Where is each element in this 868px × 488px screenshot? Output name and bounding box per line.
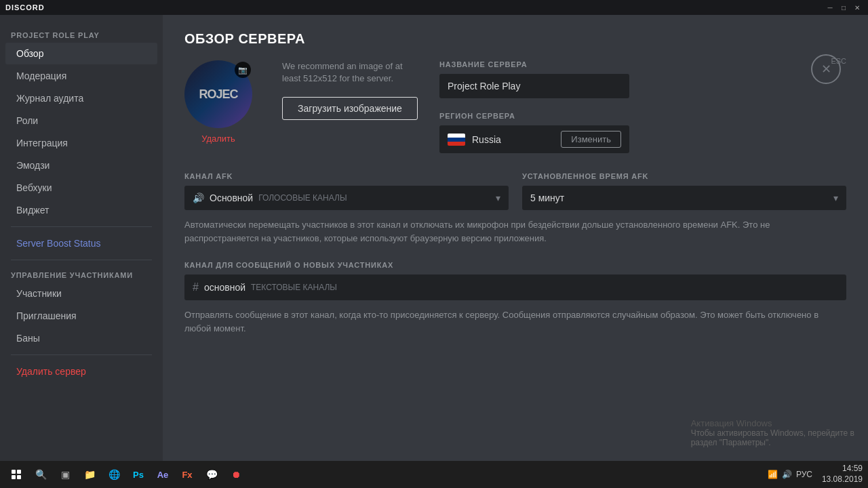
region-flag-name: Russia xyxy=(448,134,501,146)
win-activation-title: Активация Windows xyxy=(691,418,854,428)
close-button[interactable]: ✕ xyxy=(852,2,863,13)
change-region-button[interactable]: Изменить xyxy=(561,131,621,148)
afk-channel-field: КАНАЛ AFK 🔊 Основной ГОЛОСОВЫЕ КАНАЛЫ ▾ xyxy=(184,172,509,210)
sidebar-item-audit-log[interactable]: Журнал аудита xyxy=(5,87,157,109)
new-members-channel-select[interactable]: # основной ТЕКСТОВЫЕ КАНАЛЫ xyxy=(184,274,846,300)
hash-icon: # xyxy=(193,281,199,293)
new-members-channel-type: ТЕКСТОВЫЕ КАНАЛЫ xyxy=(251,283,337,292)
new-members-label: КАНАЛ ДЛЯ СООБЩЕНИЙ О НОВЫХ УЧАСТНИКАХ xyxy=(184,261,846,269)
sidebar-item-widget[interactable]: Виджет xyxy=(5,199,157,221)
upload-image-button[interactable]: Загрузить изображение xyxy=(282,97,418,120)
sidebar-item-invites[interactable]: Приглашения xyxy=(5,305,157,327)
afterfx-icon[interactable]: Fx xyxy=(176,464,198,485)
taskbar-sys-icons: 📶 🔊 РУС xyxy=(768,470,812,479)
titlebar: DISCORD ─ □ ✕ xyxy=(0,0,868,15)
name-region-area: НАЗВАНИЕ СЕРВЕРА РЕГИОН СЕРВЕРА Russia xyxy=(439,60,846,153)
delete-icon-link[interactable]: Удалить xyxy=(201,134,235,144)
afk-channel-select-left: 🔊 Основной ГОЛОСОВЫЕ КАНАЛЫ xyxy=(193,192,347,203)
sidebar-divider-1 xyxy=(11,226,152,227)
afk-channel-label: КАНАЛ AFK xyxy=(184,172,509,180)
sidebar-item-integration[interactable]: Интеграция xyxy=(5,132,157,154)
new-members-channel-name: основной xyxy=(204,282,245,293)
taskbar-right: 📶 🔊 РУС 14:59 13.08.2019 xyxy=(768,464,863,485)
server-icon-text: ROJEC xyxy=(199,87,237,102)
start-button[interactable] xyxy=(5,464,27,485)
file-explorer-icon[interactable]: 📁 xyxy=(79,464,100,485)
afk-time-value: 5 минут xyxy=(530,192,564,203)
windows-activation-watermark: Активация Windows Чтобы активировать Win… xyxy=(691,418,854,447)
taskbar-date-value: 13.08.2019 xyxy=(822,474,863,485)
server-name-label: НАЗВАНИЕ СЕРВЕРА xyxy=(439,60,846,68)
server-name-field: НАЗВАНИЕ СЕРВЕРА xyxy=(439,60,846,98)
app-logo: DISCORD xyxy=(5,3,45,12)
afk-hint-text: Автоматически перемещать участников в эт… xyxy=(184,218,846,245)
esc-button[interactable]: ✕ xyxy=(811,54,841,84)
camera-icon[interactable]: 📷 xyxy=(235,62,251,78)
sidebar-item-emoji[interactable]: Эмодзи xyxy=(5,155,157,176)
server-name-input[interactable] xyxy=(439,74,629,98)
sidebar-item-roles[interactable]: Роли xyxy=(5,110,157,131)
server-overview-top: ROJEC 📷 Удалить We recommend an image of… xyxy=(184,60,846,153)
afk-section: КАНАЛ AFK 🔊 Основной ГОЛОСОВЫЕ КАНАЛЫ ▾ … xyxy=(184,172,846,245)
afk-channel-select[interactable]: 🔊 Основной ГОЛОСОВЫЕ КАНАЛЫ ▾ xyxy=(184,186,509,210)
discord-icon[interactable]: 💬 xyxy=(201,464,222,485)
new-members-hint-text: Отправлять сообщение в этот канал, когда… xyxy=(184,308,846,335)
afk-channel-value: Основной xyxy=(210,192,253,203)
server-region-row: Russia Изменить xyxy=(439,125,629,153)
sidebar-divider-2 xyxy=(11,260,152,260)
server-icon[interactable]: ROJEC 📷 xyxy=(184,60,252,128)
page-title: ОБЗОР СЕРВЕРА xyxy=(184,31,846,47)
search-taskbar-icon[interactable]: 🔍 xyxy=(30,464,52,485)
photoshop-icon[interactable]: Ps xyxy=(127,464,149,485)
network-icon: 📶 xyxy=(768,470,778,479)
afk-time-label: УСТАНОВЛЕННОЕ ВРЕМЯ AFK xyxy=(522,172,846,180)
region-name: Russia xyxy=(472,134,501,145)
chevron-down-icon: ▾ xyxy=(496,192,500,203)
taskbar-time-value: 14:59 xyxy=(822,464,863,474)
window-controls: ─ □ ✕ xyxy=(825,2,863,13)
taskbar-clock: 14:59 13.08.2019 xyxy=(822,464,863,485)
server-region-label: РЕГИОН СЕРВЕРА xyxy=(439,112,846,120)
app-body: PROJECT ROLE PLAY Обзор Модерация Журнал… xyxy=(0,15,868,461)
windows-logo-icon xyxy=(12,470,21,479)
chevron-down-icon-2: ▾ xyxy=(833,192,838,203)
win-activation-line3: раздел "Параметры". xyxy=(691,438,854,447)
server-icon-area: ROJEC 📷 Удалить xyxy=(184,60,252,144)
sidebar-item-members[interactable]: Участники xyxy=(5,283,157,304)
afk-grid: КАНАЛ AFK 🔊 Основной ГОЛОСОВЫЕ КАНАЛЫ ▾ … xyxy=(184,172,846,210)
taskbar: 🔍 ▣ 📁 🌐 Ps Ae Fx 💬 ⏺ 📶 🔊 РУС xyxy=(0,461,868,488)
volume-icon: 🔊 xyxy=(782,470,792,479)
minimize-button[interactable]: ─ xyxy=(825,2,835,13)
esc-button-area: ✕ ESC xyxy=(831,54,846,65)
win-activation-line2: Чтобы активировать Windows, перейдите в xyxy=(691,428,854,438)
taskbar-left: 🔍 ▣ 📁 🌐 Ps Ae Fx 💬 ⏺ xyxy=(5,464,247,485)
sidebar-item-boost[interactable]: Server Boost Status xyxy=(5,232,157,254)
speaker-icon: 🔊 xyxy=(193,192,204,203)
sidebar-section-members: УПРАВЛЕНИЕ УЧАСТНИКАМИ xyxy=(0,266,163,282)
new-members-section: КАНАЛ ДЛЯ СООБЩЕНИЙ О НОВЫХ УЧАСТНИКАХ #… xyxy=(184,261,846,335)
close-icon: ✕ xyxy=(821,62,831,77)
sidebar: PROJECT ROLE PLAY Обзор Модерация Журнал… xyxy=(0,15,163,461)
sidebar-item-moderation[interactable]: Модерация xyxy=(5,65,157,87)
sidebar-divider-3 xyxy=(11,354,152,355)
sidebar-item-overview[interactable]: Обзор xyxy=(5,43,157,64)
afk-time-field: УСТАНОВЛЕННОЕ ВРЕМЯ AFK 5 минут ▾ xyxy=(522,172,846,210)
upload-hint: We recommend an image of at least 512x51… xyxy=(282,60,418,85)
task-view-icon[interactable]: ▣ xyxy=(54,464,76,485)
russia-flag xyxy=(448,134,465,146)
maximize-button[interactable]: □ xyxy=(838,2,849,13)
server-region-field: РЕГИОН СЕРВЕРА Russia Изменить xyxy=(439,112,846,153)
afk-channel-sublabel: ГОЛОСОВЫЕ КАНАЛЫ xyxy=(258,193,347,203)
sidebar-section-server: PROJECT ROLE PLAY xyxy=(0,26,163,42)
browser-icon[interactable]: 🌐 xyxy=(103,464,125,485)
upload-area: We recommend an image of at least 512x51… xyxy=(282,60,418,120)
record-icon[interactable]: ⏺ xyxy=(225,464,247,485)
sidebar-item-bans[interactable]: Баны xyxy=(5,327,157,349)
main-content: ОБЗОР СЕРВЕРА ROJEC 📷 Удалить We recomme… xyxy=(163,15,868,461)
afk-time-select[interactable]: 5 минут ▾ xyxy=(522,186,846,210)
ae-icon[interactable]: Ae xyxy=(152,464,174,485)
sidebar-item-webhooks[interactable]: Вебхуки xyxy=(5,177,157,199)
language-indicator: РУС xyxy=(796,470,812,479)
sidebar-item-delete-server[interactable]: Удалить сервер xyxy=(5,361,157,382)
